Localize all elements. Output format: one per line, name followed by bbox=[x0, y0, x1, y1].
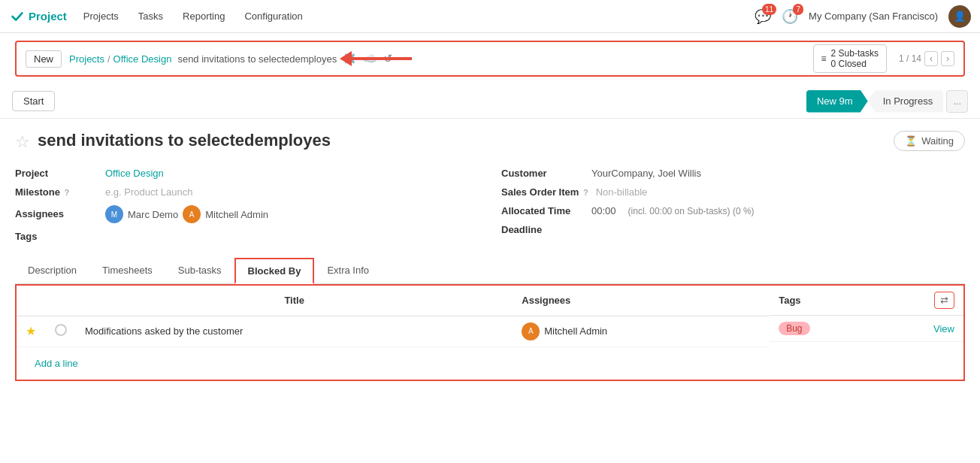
row-status[interactable] bbox=[46, 316, 76, 346]
messages-button[interactable]: 💬 11 bbox=[755, 8, 771, 25]
company-name: My Company (San Francisco) bbox=[809, 11, 938, 22]
row-tags: Bug View bbox=[770, 316, 963, 342]
project-label: Project bbox=[15, 168, 98, 179]
arrow-head bbox=[340, 51, 352, 66]
alerts-button[interactable]: 🕐 7 bbox=[782, 8, 798, 25]
top-navigation: Project Projects Tasks Reporting Configu… bbox=[0, 0, 980, 33]
project-field: Project Office Design bbox=[15, 164, 479, 183]
stage-more-button[interactable]: ... bbox=[946, 90, 968, 113]
tab-timesheets[interactable]: Timesheets bbox=[89, 258, 165, 283]
messages-count: 11 bbox=[762, 4, 776, 15]
assignees-label: Assignees bbox=[15, 208, 98, 219]
avatar-mitchell[interactable]: A bbox=[183, 205, 201, 223]
page-info: 1 / 14 bbox=[899, 53, 921, 64]
main-content: ☆ send invitations to selectedemployes ⏳… bbox=[0, 119, 980, 463]
prev-button[interactable]: ‹ bbox=[924, 51, 938, 66]
red-arrow bbox=[340, 51, 412, 66]
th-tags: Tags ⇄ bbox=[770, 286, 963, 316]
blocked-by-table: Title Assignees Tags ⇄ ★ Modifications a… bbox=[15, 284, 965, 381]
stage-new-time: 9m bbox=[839, 95, 853, 107]
milestone-value[interactable]: e.g. Product Launch bbox=[105, 186, 192, 198]
stage-inprogress[interactable]: In Progress bbox=[868, 90, 943, 113]
th-title: Title bbox=[76, 285, 513, 316]
assignee-marc-name: Marc Demo bbox=[128, 209, 178, 220]
assignee-mitchell-name: Mitchell Admin bbox=[205, 209, 268, 220]
milestone-field: Milestone ? e.g. Product Launch bbox=[15, 183, 479, 201]
breadcrumb-project[interactable]: Office Design bbox=[113, 53, 172, 65]
customer-field: Customer YourCompany, Joel Willis bbox=[501, 164, 965, 183]
waiting-label: Waiting bbox=[921, 135, 954, 147]
tags-label: Tags bbox=[15, 231, 98, 242]
stage-new[interactable]: New 9m bbox=[806, 90, 868, 113]
project-value[interactable]: Office Design bbox=[105, 168, 164, 179]
app-name: Project bbox=[29, 10, 67, 23]
table-header-row: Title Assignees Tags ⇄ bbox=[16, 285, 964, 316]
nav-reporting[interactable]: Reporting bbox=[180, 9, 228, 23]
milestone-help: ? bbox=[65, 188, 70, 197]
fields-grid: Project Office Design Milestone ? e.g. P… bbox=[15, 164, 965, 246]
row-star[interactable]: ★ bbox=[16, 316, 46, 346]
status-pipeline: New 9m In Progress ... bbox=[806, 90, 968, 113]
tab-subtasks[interactable]: Sub-tasks bbox=[165, 258, 234, 283]
table-settings-button[interactable]: ⇄ bbox=[934, 292, 954, 309]
sales-order-value[interactable]: Non-billable bbox=[596, 186, 648, 198]
task-header: ☆ send invitations to selectedemployes ⏳… bbox=[15, 131, 965, 152]
arrow-shaft bbox=[352, 57, 412, 60]
start-button[interactable]: Start bbox=[12, 91, 55, 111]
breadcrumb: Projects / Office Design bbox=[69, 53, 171, 65]
th-status bbox=[46, 285, 76, 316]
waiting-button[interactable]: ⏳ Waiting bbox=[894, 131, 965, 151]
view-link[interactable]: View bbox=[933, 323, 954, 334]
assignees-field: Assignees M Marc Demo A Mitchell Admin bbox=[15, 201, 479, 227]
nav-configuration[interactable]: Configuration bbox=[241, 9, 305, 23]
row-title: Modifications asked by the customer bbox=[76, 316, 513, 346]
subtasks-button[interactable]: ≡ 2 Sub-tasks 0 Closed bbox=[813, 44, 887, 73]
tags-field: Tags bbox=[15, 227, 479, 246]
sales-order-label: Sales Order Item ? bbox=[501, 186, 588, 198]
assignees-list: M Marc Demo A Mitchell Admin bbox=[105, 205, 268, 223]
subtasks-info: 2 Sub-tasks 0 Closed bbox=[831, 48, 879, 69]
avatar-marc[interactable]: M bbox=[105, 205, 123, 223]
next-button[interactable]: › bbox=[941, 51, 954, 66]
subtasks-closed: 0 Closed bbox=[831, 59, 879, 69]
breadcrumb-projects[interactable]: Projects bbox=[69, 53, 104, 65]
allocated-time-value[interactable]: 00:00 bbox=[591, 205, 616, 216]
th-star bbox=[16, 285, 46, 316]
action-bar: Start New 9m In Progress ... bbox=[0, 84, 980, 119]
stage-inprogress-label: In Progress bbox=[883, 95, 933, 107]
sales-order-help: ? bbox=[583, 188, 588, 197]
deadline-field: Deadline bbox=[501, 220, 965, 239]
customer-value: YourCompany, Joel Willis bbox=[591, 168, 701, 179]
add-line-button[interactable]: Add a line bbox=[26, 353, 87, 374]
customer-label: Customer bbox=[501, 168, 584, 179]
table-footer-row: Add a line bbox=[16, 346, 964, 380]
tab-description[interactable]: Description bbox=[15, 258, 89, 283]
favorite-star[interactable]: ☆ bbox=[15, 132, 30, 152]
row-avatar: A bbox=[522, 322, 540, 340]
nav-tasks[interactable]: Tasks bbox=[135, 9, 166, 23]
pagination: 1 / 14 ‹ › bbox=[899, 51, 954, 66]
allocated-time-field: Allocated Time 00:00 (incl. 00:00 on Sub… bbox=[501, 201, 965, 220]
allocated-time-extra: (incl. 00:00 on Sub-tasks) (0 %) bbox=[628, 206, 755, 216]
new-button[interactable]: New bbox=[26, 50, 62, 68]
app-logo[interactable]: Project bbox=[9, 8, 67, 25]
allocated-time-label: Allocated Time bbox=[501, 205, 584, 216]
topnav-right: 💬 11 🕐 7 My Company (San Francisco) 👤 bbox=[755, 5, 971, 28]
waiting-icon: ⏳ bbox=[905, 135, 917, 147]
tab-extra-info[interactable]: Extra Info bbox=[314, 258, 382, 283]
task-name-bc: send invitations to selectedemployes bbox=[177, 53, 337, 65]
task-title: send invitations to selectedemployes bbox=[38, 131, 894, 150]
tabs: Description Timesheets Sub-tasks Blocked… bbox=[15, 258, 965, 284]
th-assignees: Assignees bbox=[513, 285, 770, 316]
tab-blocked-by[interactable]: Blocked By bbox=[234, 258, 315, 284]
breadcrumb-separator: / bbox=[107, 53, 110, 65]
nav-projects[interactable]: Projects bbox=[80, 9, 122, 23]
alerts-count: 7 bbox=[793, 4, 803, 15]
stage-new-label: New bbox=[817, 95, 836, 107]
milestone-label: Milestone ? bbox=[15, 186, 98, 198]
subtasks-count: 2 Sub-tasks bbox=[831, 48, 879, 59]
breadcrumb-bar: New Projects / Office Design send invita… bbox=[15, 41, 965, 77]
table-row: ★ Modifications asked by the customer A … bbox=[16, 316, 964, 346]
row-assignees: A Mitchell Admin bbox=[513, 316, 770, 346]
user-avatar[interactable]: 👤 bbox=[948, 5, 971, 28]
